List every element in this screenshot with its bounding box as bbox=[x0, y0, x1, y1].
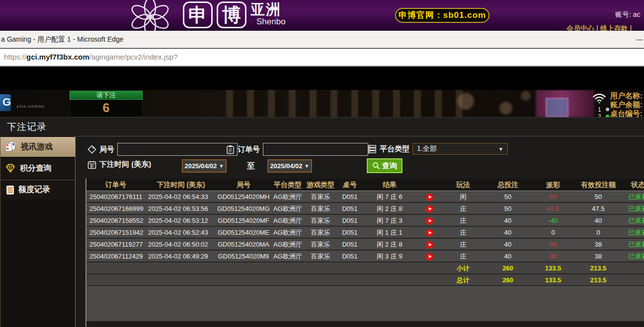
screen: 申 博 亚洲 Shenbo 申博官网：sb01.com 账号: ac 会员中心 … bbox=[0, 0, 644, 327]
summary-total-bet: 260 bbox=[483, 274, 533, 285]
platform-list-icon bbox=[368, 144, 377, 153]
cell-round-no: GD051254020MG bbox=[217, 203, 270, 214]
cell-result: 闲 1 庄 1 bbox=[364, 227, 415, 238]
minimize-icon[interactable]: — bbox=[637, 31, 643, 48]
diamond-icon bbox=[5, 164, 15, 173]
cell-side: 闲 bbox=[443, 191, 483, 202]
cell-total-bet: 40 bbox=[483, 227, 533, 238]
summary-label: 小计 bbox=[443, 262, 483, 273]
total-row: 总计260133.5213.5 bbox=[86, 274, 644, 286]
cell-game-type: 百家乐 bbox=[305, 239, 336, 250]
date-from-picker[interactable]: 2025/04/02 ▼ bbox=[182, 159, 227, 173]
cell-total-bet: 40 bbox=[483, 239, 533, 250]
search-button[interactable]: 查询 bbox=[367, 158, 402, 173]
site-banner: 申 博 亚洲 Shenbo 申博官网：sb01.com 账号: ac 会员中心 … bbox=[0, 0, 644, 31]
table-row: 2504020671761112025-04-02 06:54:33GD0512… bbox=[86, 191, 644, 203]
order-input[interactable] bbox=[263, 143, 368, 156]
cell-side: 庄 bbox=[443, 227, 483, 238]
cell-table-no: D051 bbox=[336, 239, 364, 250]
ag-brand-text: ASIA GAMING bbox=[16, 105, 45, 108]
sidebar-item-video-games[interactable]: 9 K♥ 视讯游戏 bbox=[0, 137, 75, 157]
summary-label: 总计 bbox=[443, 274, 483, 285]
cell-payout: 0 bbox=[533, 227, 573, 238]
cell-status: 已派彩 bbox=[623, 251, 644, 262]
cell-result: 闲 7 庄 6 bbox=[364, 191, 415, 202]
cell-result: 闲 7 庄 3 bbox=[364, 215, 415, 226]
member-links[interactable]: 会员中心 | 线上存款 | bbox=[566, 24, 632, 31]
date-to-label: 至 bbox=[247, 161, 255, 172]
sidebar-item-label: 视讯游戏 bbox=[21, 142, 53, 152]
playing-cards-icon: 9 K♥ bbox=[5, 141, 16, 152]
cell-result: 闲 2 庄 8 bbox=[364, 203, 415, 214]
col-side: 玩法 bbox=[443, 179, 483, 191]
cell-game-type: 百家乐 bbox=[305, 191, 336, 202]
bet-prompt: 请下注 bbox=[70, 91, 143, 100]
sidebar-item-quota-records[interactable]: 额度记录 bbox=[0, 180, 75, 199]
cell-play bbox=[415, 203, 443, 214]
cell-side: 庄 bbox=[443, 239, 483, 250]
bet-countdown-panel: 请下注 6 bbox=[70, 91, 143, 117]
col-round-no: 局号 bbox=[217, 179, 270, 191]
cell-game-type: 百家乐 bbox=[305, 251, 336, 262]
window-title: a Gaming - 用户配置 1 - Microsoft Edge bbox=[1, 35, 124, 43]
platform-select[interactable]: 1.全部 ▼ bbox=[412, 143, 508, 155]
cell-bet-time: 2025-04-02 06:53:12 bbox=[145, 215, 217, 226]
platform-filter: 平台类型 1.全部 ▼ bbox=[368, 143, 508, 155]
countdown-value: 6 bbox=[70, 100, 143, 117]
cell-table-no: D051 bbox=[336, 215, 364, 226]
cell-valid-bet: 0 bbox=[573, 227, 623, 238]
play-video-icon[interactable] bbox=[426, 241, 433, 249]
sidebar-item-points-query[interactable]: 积分查询 bbox=[0, 158, 75, 178]
col-total-bet: 总投注 bbox=[483, 179, 533, 191]
cell-round-no: GD051254020ME bbox=[217, 227, 270, 238]
cell-payout: 47.5 bbox=[533, 203, 573, 214]
date-to-picker[interactable]: 2025/04/02 ▼ bbox=[267, 159, 312, 173]
table-header-row: 订单号 下注时间 (美东) 局号 平台类型 游戏类型 桌号 结果 玩法 总投注 … bbox=[86, 179, 644, 191]
cell-platform: AG欧洲厅 bbox=[270, 191, 305, 202]
net-level-1: 1 bbox=[598, 106, 601, 113]
cell-order-no: 250402067119277 bbox=[86, 239, 145, 250]
cell-result: 闲 3 庄 9 bbox=[364, 251, 415, 262]
col-valid-bet: 有效投注额 bbox=[573, 179, 623, 191]
cell-status: 已派彩 bbox=[623, 203, 644, 214]
sidebar: 9 K♥ 视讯游戏 积分查询 额度记录 bbox=[0, 136, 76, 327]
sidebar-item-label: 额度记录 bbox=[18, 185, 50, 195]
flower-logo-icon bbox=[125, 0, 175, 31]
table-row: 2504020671669992025-04-02 06:53:56GD0512… bbox=[86, 203, 644, 215]
browser-urlbar[interactable]: https://gci.myf7f3bx.com/agingame/pcv2/i… bbox=[0, 49, 644, 66]
cell-side: 庄 bbox=[443, 215, 483, 226]
play-video-icon[interactable] bbox=[426, 194, 433, 201]
cell-round-no: GD051254020M9 bbox=[217, 251, 270, 262]
summary-total-bet: 260 bbox=[483, 262, 533, 273]
cell-bet-time: 2025-04-02 06:54:33 bbox=[145, 191, 217, 202]
cell-valid-bet: 38 bbox=[573, 251, 623, 262]
logo-latin: Shenbo bbox=[256, 17, 286, 27]
platform-selected-value: 1.全部 bbox=[417, 144, 437, 153]
cell-bet-time: 2025-04-02 06:52:43 bbox=[145, 227, 217, 238]
play-video-icon[interactable] bbox=[426, 253, 433, 261]
black-strip bbox=[0, 67, 644, 90]
cell-payout: 38 bbox=[533, 251, 573, 262]
table-row: 2504020671585522025-04-02 06:53:12GD0512… bbox=[86, 215, 644, 227]
game-video-strip: G ASIA GAMING 请下注 6 1 2 用户名称: 账户余额: 桌台编号… bbox=[0, 90, 644, 117]
cell-payout: 50 bbox=[533, 191, 573, 202]
cell-play bbox=[415, 239, 443, 250]
cell-platform: AG欧洲厅 bbox=[270, 203, 305, 214]
play-video-icon[interactable] bbox=[426, 217, 433, 225]
wifi-icon bbox=[592, 93, 606, 104]
logo-shen: 申 bbox=[183, 1, 213, 28]
cell-order-no: 250402067176111 bbox=[86, 191, 145, 202]
sidebar-item-label: 积分查询 bbox=[20, 163, 52, 174]
table-body: 2504020671761112025-04-02 06:54:33GD0512… bbox=[86, 191, 644, 286]
play-video-icon[interactable] bbox=[426, 205, 433, 213]
round-filter: 局号 bbox=[87, 143, 238, 156]
session-info-labels: 用户名称: 账户余额: 桌台编号: bbox=[610, 91, 643, 117]
round-input[interactable] bbox=[117, 143, 238, 156]
bet-time-label: 下注时间 (美东) bbox=[99, 160, 151, 169]
url-domain: gci.myf7f3bx.com bbox=[26, 53, 89, 61]
play-video-icon[interactable] bbox=[426, 229, 433, 237]
order-filter: 订单号 bbox=[226, 143, 368, 156]
official-site-pill[interactable]: 申博官网：sb01.com bbox=[395, 8, 489, 23]
cell-valid-bet: 50 bbox=[573, 191, 623, 202]
cell-valid-bet: 38 bbox=[573, 239, 623, 250]
